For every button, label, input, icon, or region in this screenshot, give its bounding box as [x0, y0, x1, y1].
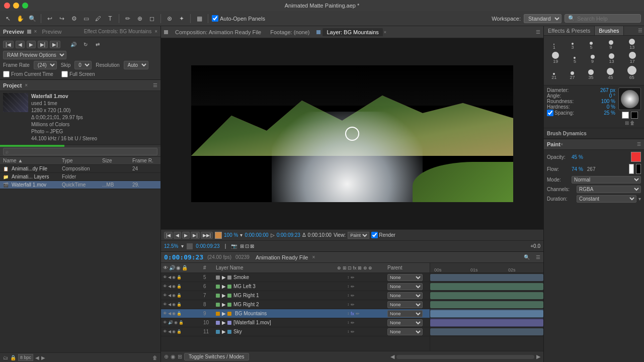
duration-menu[interactable]: ▾: [638, 196, 641, 202]
right-panel-menu[interactable]: ☰: [636, 26, 644, 35]
render-icon[interactable]: ⚙: [69, 14, 79, 24]
zoom-13-label[interactable]: 12.5%: [164, 243, 178, 249]
parent-9-select[interactable]: None: [387, 310, 423, 317]
new-folder-icon[interactable]: 🗂: [3, 355, 8, 360]
lock-10[interactable]: 🔒: [179, 320, 184, 325]
eye-11[interactable]: 👁: [163, 329, 167, 334]
layer-11-tri[interactable]: ▶: [222, 329, 226, 334]
last-frame-ctrl[interactable]: ▶▶|: [201, 232, 213, 239]
angle-value[interactable]: 0 °: [609, 93, 615, 99]
brush-9[interactable]: 9: [609, 40, 613, 50]
maximize-button[interactable]: [22, 3, 28, 9]
viewer-menu-icon[interactable]: ☰: [536, 29, 540, 35]
frame-rate-select[interactable]: (24): [34, 61, 57, 69]
audio-10[interactable]: 🔊: [168, 320, 173, 325]
audio-5[interactable]: ◀: [168, 275, 171, 280]
prev-frame-button[interactable]: ◀: [16, 41, 25, 48]
pin-tool-icon[interactable]: ✦: [177, 14, 187, 24]
brush-65[interactable]: 65: [627, 66, 636, 80]
project-row-folder[interactable]: 📁 Animati... Layers Folder: [0, 173, 160, 181]
timeline-ruler[interactable]: 00s 01s 02s 03s 04s 05s 06s 07s 08s 09s: [430, 263, 543, 273]
search-input[interactable]: [577, 16, 637, 22]
timeline-scrollbar[interactable]: [396, 355, 534, 359]
layer-9-tri[interactable]: ▶: [222, 311, 226, 316]
tri-8[interactable]: ◀: [168, 302, 171, 307]
comp-tab-layer[interactable]: Layer: BG Mountains: [323, 28, 382, 36]
timeline-menu-icon[interactable]: ☰: [536, 254, 540, 260]
eye-7[interactable]: 👁: [163, 293, 167, 298]
spacing-value[interactable]: 25 %: [604, 110, 615, 116]
zoom-tool-icon[interactable]: 🔍: [27, 14, 37, 24]
solo-10[interactable]: ◉: [174, 320, 178, 325]
brush-13[interactable]: 13: [629, 39, 635, 50]
brush-45[interactable]: 45: [607, 68, 614, 80]
mode-select[interactable]: Normal: [572, 176, 641, 184]
paint-close[interactable]: ×: [560, 142, 563, 147]
col-size-header[interactable]: Size: [102, 158, 132, 163]
tri-11[interactable]: ◀: [168, 329, 171, 334]
parent-5-select[interactable]: None: [387, 274, 423, 281]
resolution-select[interactable]: Auto: [124, 61, 148, 69]
eraser-tool-icon[interactable]: ◻: [147, 14, 157, 24]
layer-row-8[interactable]: 👁 ◀ ◉ 🔒 8 ▶ MG Right 2 ↕ ✏: [161, 300, 430, 309]
link-icon[interactable]: ⊞: [178, 353, 182, 360]
project-row-waterfall[interactable]: 🎬 Waterfall 1.mov QuickTime ...MB 29.: [0, 181, 160, 189]
square-tool-icon[interactable]: ▭: [81, 14, 91, 24]
eye-10[interactable]: 👁: [163, 320, 167, 325]
brush-1[interactable]: 1: [553, 44, 555, 50]
eye-8[interactable]: 👁: [163, 302, 167, 307]
play-icon-small[interactable]: ▷: [271, 232, 275, 238]
sw-9-fx[interactable]: fx: [351, 311, 354, 316]
zoom-dropdown2[interactable]: ▾: [181, 243, 184, 249]
next-frame-button[interactable]: ▶|: [38, 41, 48, 48]
end-timecode[interactable]: 0:00:09:23: [277, 232, 300, 238]
layer-row-6[interactable]: 👁 ◀ ◉ 🔒 6 ▶ MG Left 3 ↕ ✏: [161, 282, 430, 291]
brush-19[interactable]: 19: [552, 52, 559, 64]
paint-menu[interactable]: ☰: [637, 142, 641, 147]
background-color[interactable]: [631, 112, 638, 119]
layer-10-tri[interactable]: ▶: [222, 320, 226, 325]
copy-icon[interactable]: ⊞: [625, 120, 629, 126]
sw-6-pen[interactable]: ✏: [351, 284, 355, 289]
undo-icon[interactable]: ↩: [45, 14, 55, 24]
window-controls[interactable]: [4, 3, 28, 9]
next-nav-icon[interactable]: ▶: [41, 355, 45, 360]
channels-select[interactable]: RGBA: [577, 186, 641, 193]
delete-brush-icon[interactable]: 🗑: [630, 120, 635, 126]
scroll-right-icon[interactable]: ▶: [536, 353, 540, 360]
layer-row-11[interactable]: 👁 ◀ ◉ 🔒 11 ▶ Sky ↕ ✏: [161, 327, 430, 336]
layer-6-tri[interactable]: ▶: [222, 284, 226, 289]
audio-icon[interactable]: 🔊: [68, 39, 78, 49]
render-label[interactable]: Render: [371, 232, 395, 238]
layer-5-tri[interactable]: ▶: [222, 275, 226, 280]
sw-6-1[interactable]: ↕: [347, 284, 349, 289]
last-frame-button[interactable]: ▶|: [50, 41, 60, 48]
loop-icon[interactable]: ↻: [80, 39, 91, 49]
zoom-pct-value[interactable]: 100 %: [224, 232, 238, 238]
redo-icon[interactable]: ↪: [57, 14, 67, 24]
col-name-header[interactable]: Name ▲: [3, 158, 50, 163]
auto-open-panels-label[interactable]: Auto-Open Panels: [212, 15, 265, 22]
comp-tab-footage[interactable]: Footage: (none): [266, 28, 313, 36]
sw-9-pen[interactable]: ✏: [356, 311, 360, 316]
mask-icon[interactable]: ⊠: [250, 243, 254, 249]
parent-7-select[interactable]: None: [387, 292, 423, 299]
sw-9-1[interactable]: ↕: [347, 311, 349, 316]
from-current-label[interactable]: From Current Time: [3, 71, 53, 77]
tri-6[interactable]: ◀: [168, 284, 171, 289]
overlay-icon[interactable]: ⊡: [245, 243, 249, 249]
trash-icon[interactable]: 🗑: [152, 355, 157, 360]
hand-tool-icon[interactable]: ✋: [15, 14, 25, 24]
timeline-search-icon[interactable]: 🔍: [524, 254, 530, 260]
solo-7[interactable]: ◉: [172, 293, 176, 298]
spacing-label-wrap[interactable]: Spacing:: [547, 110, 574, 116]
puppet-tool-icon[interactable]: ⊛: [165, 14, 175, 24]
solo-all-icon[interactable]: ◉: [171, 353, 176, 360]
from-current-checkbox[interactable]: [3, 71, 10, 77]
select-tool-icon[interactable]: ↖: [3, 14, 13, 24]
timeline-close[interactable]: ×: [312, 254, 315, 260]
toggle-switches-button[interactable]: Toggle Switches / Modes: [184, 353, 249, 360]
grid-icon[interactable]: ⊞: [240, 243, 244, 249]
flow-value[interactable]: 74 %: [572, 166, 583, 172]
layer-row-9[interactable]: 👁 ◀ ◉ 🔒 9 ▶ BG Mountains ↕ fx: [161, 309, 430, 318]
